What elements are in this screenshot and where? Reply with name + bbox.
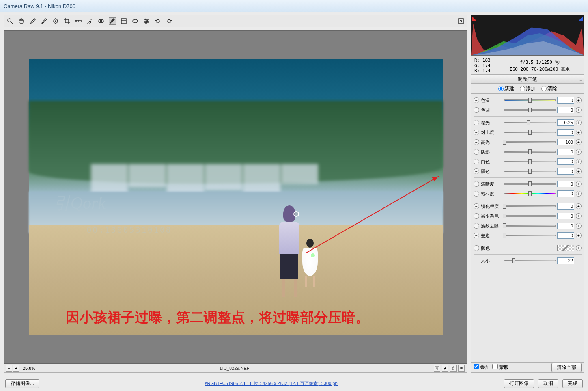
slider-track-clarity[interactable] xyxy=(504,181,556,186)
slider-plus-contrast[interactable]: + xyxy=(576,130,582,135)
shadow-clip-icon[interactable] xyxy=(472,16,477,21)
slider-minus-whites[interactable]: − xyxy=(474,159,479,164)
zoom-in-button[interactable]: + xyxy=(13,365,19,372)
color-swatch[interactable] xyxy=(557,245,574,251)
targeted-adjust-icon[interactable] xyxy=(52,17,59,25)
hand-tool-icon[interactable] xyxy=(18,17,25,25)
slider-plus-temp[interactable]: + xyxy=(576,97,582,103)
open-image-button[interactable]: 打开图像 xyxy=(504,379,534,388)
slider-plus-whites[interactable]: + xyxy=(576,159,582,164)
slider-minus-sharpen[interactable]: − xyxy=(474,203,479,209)
mode-clear[interactable]: 清除 xyxy=(541,85,557,92)
slider-minus-temp[interactable]: − xyxy=(474,97,479,103)
slider-track-size[interactable] xyxy=(504,258,556,263)
slider-minus-shadows[interactable]: − xyxy=(474,149,479,155)
slider-value-whites[interactable] xyxy=(557,158,574,165)
rating-icon[interactable]: ★ xyxy=(442,365,448,372)
slider-value-clarity[interactable] xyxy=(557,181,574,187)
slider-value-saturation[interactable] xyxy=(557,190,574,197)
straighten-icon[interactable] xyxy=(75,17,82,25)
slider-plus-moire[interactable]: + xyxy=(576,223,582,229)
slider-track-moire[interactable] xyxy=(504,223,556,228)
mode-new[interactable]: 新建 xyxy=(498,85,514,92)
slider-plus-color[interactable]: + xyxy=(576,245,582,251)
slider-minus-blacks[interactable]: − xyxy=(474,168,479,174)
slider-value-defringe[interactable] xyxy=(557,232,574,239)
slider-value-noise[interactable] xyxy=(557,213,574,219)
filter-icon[interactable] xyxy=(434,365,440,372)
slider-value-moire[interactable] xyxy=(557,223,574,229)
eyedropper-white-icon[interactable] xyxy=(29,17,37,25)
radial-filter-icon[interactable] xyxy=(131,17,139,25)
slider-track-shadows[interactable] xyxy=(504,149,556,154)
slider-track-blacks[interactable] xyxy=(504,169,556,174)
slider-value-contrast[interactable] xyxy=(557,129,574,136)
panel-menu-icon[interactable]: ≡ xyxy=(579,76,582,85)
slider-plus-tint[interactable]: + xyxy=(576,107,582,113)
zoom-out-button[interactable]: − xyxy=(6,365,12,372)
slider-minus-saturation[interactable]: − xyxy=(474,191,479,197)
slider-minus-tint[interactable]: − xyxy=(474,107,479,113)
slider-track-temp[interactable] xyxy=(504,98,556,103)
prefs-icon[interactable] xyxy=(143,17,150,25)
workflow-link[interactable]: sRGB IEC61966-2.1；8 位；4256 x 2832 (12.1 … xyxy=(43,380,500,387)
slider-plus-exposure[interactable]: + xyxy=(576,120,582,125)
slider-value-shadows[interactable] xyxy=(557,149,574,155)
slider-minus-color[interactable]: − xyxy=(474,245,479,251)
slider-plus-defringe[interactable]: + xyxy=(576,233,582,238)
slider-plus-noise[interactable]: + xyxy=(576,213,582,219)
slider-minus-moire[interactable]: − xyxy=(474,223,479,229)
slider-value-blacks[interactable] xyxy=(557,168,574,175)
slider-minus-noise[interactable]: − xyxy=(474,213,479,219)
slider-minus-clarity[interactable]: − xyxy=(474,181,479,187)
spot-removal-icon[interactable] xyxy=(86,17,93,25)
slider-value-exposure[interactable] xyxy=(557,119,574,126)
slider-plus-highlights[interactable]: + xyxy=(576,139,582,145)
adjustment-pin-1[interactable] xyxy=(293,211,299,217)
slider-plus-shadows[interactable]: + xyxy=(576,149,582,155)
save-image-button[interactable]: 存储图像... xyxy=(5,379,39,388)
slider-plus-saturation[interactable]: + xyxy=(576,191,582,197)
adjustment-pin-2[interactable] xyxy=(310,253,316,258)
slider-track-whites[interactable] xyxy=(504,159,556,164)
graduated-filter-icon[interactable] xyxy=(120,17,127,25)
redeye-icon[interactable] xyxy=(97,17,105,25)
rotate-cw-icon[interactable] xyxy=(166,17,173,25)
mode-add[interactable]: 添加 xyxy=(520,85,536,92)
slider-track-noise[interactable] xyxy=(504,214,556,218)
highlight-clip-icon[interactable] xyxy=(578,16,583,21)
slider-track-contrast[interactable] xyxy=(504,130,556,135)
cancel-button[interactable]: 取消 xyxy=(538,379,558,388)
slider-minus-contrast[interactable]: − xyxy=(474,130,479,135)
clear-all-button[interactable]: 清除全部 xyxy=(551,363,582,372)
slider-value-highlights[interactable] xyxy=(557,139,574,145)
slider-track-defringe[interactable] xyxy=(504,233,556,238)
done-button[interactable]: 完成 xyxy=(562,379,583,388)
histogram[interactable] xyxy=(471,15,584,56)
slider-minus-exposure[interactable]: − xyxy=(474,120,479,125)
slider-value-size[interactable] xyxy=(557,257,574,264)
crop-icon[interactable] xyxy=(63,17,71,25)
image-canvas[interactable]: 引Qork QQ:13605310108 因小孩裙子过曝，第二调整点，将过曝部分… xyxy=(4,30,467,364)
slider-track-sharpen[interactable] xyxy=(504,204,556,209)
slider-minus-highlights[interactable]: − xyxy=(474,139,479,145)
slider-track-highlights[interactable] xyxy=(504,140,556,145)
zoom-level[interactable]: 25.8% xyxy=(23,366,35,371)
slider-value-temp[interactable] xyxy=(557,97,574,104)
slider-track-exposure[interactable] xyxy=(504,120,556,125)
rotate-ccw-icon[interactable] xyxy=(154,17,162,25)
list-icon[interactable]: ≡ xyxy=(458,365,465,372)
overlay-checkbox[interactable]: 叠加 xyxy=(474,364,490,371)
trash-icon[interactable] xyxy=(450,365,457,372)
color-sampler-icon[interactable] xyxy=(41,17,48,25)
slider-plus-clarity[interactable]: + xyxy=(576,181,582,187)
slider-value-sharpen[interactable] xyxy=(557,203,574,210)
slider-track-tint[interactable] xyxy=(504,108,556,112)
adjustment-brush-icon[interactable] xyxy=(109,17,116,25)
fullscreen-icon[interactable] xyxy=(457,17,465,25)
slider-plus-sharpen[interactable]: + xyxy=(576,203,582,209)
zoom-tool-icon[interactable] xyxy=(6,17,14,25)
slider-value-tint[interactable] xyxy=(557,107,574,113)
slider-track-saturation[interactable] xyxy=(504,191,556,196)
slider-minus-defringe[interactable]: − xyxy=(474,233,479,238)
